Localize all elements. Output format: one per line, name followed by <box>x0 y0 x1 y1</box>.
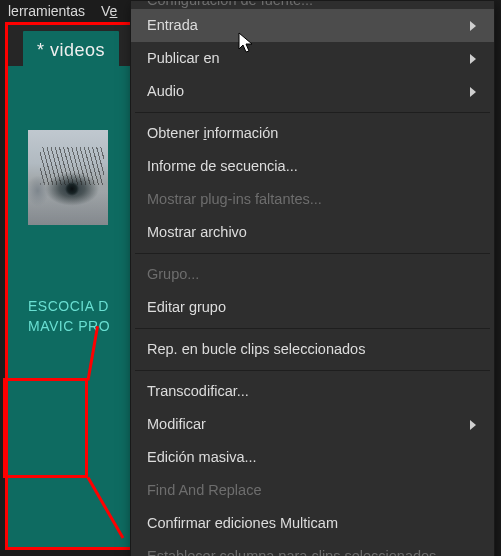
app-menubar: lerramientas Ve <box>0 0 125 22</box>
ctx-mostrar-archivo[interactable]: Mostrar archivo <box>131 216 494 249</box>
project-tab-label: * videos <box>37 40 105 61</box>
annotation-line <box>87 477 125 539</box>
ctx-mostrar-plugins: Mostrar plug-ins faltantes... <box>131 183 494 216</box>
submenu-arrow-icon <box>470 21 476 31</box>
ctx-grupo: Grupo... <box>131 258 494 291</box>
separator <box>135 370 490 371</box>
project-tab[interactable]: * videos <box>23 31 119 69</box>
submenu-arrow-icon <box>470 420 476 430</box>
annotation-zoom-box <box>3 378 88 478</box>
ctx-publicar[interactable]: Publicar en <box>131 42 494 75</box>
menu-view[interactable]: Ve <box>93 1 125 21</box>
ctx-informe-secuencia[interactable]: Informe de secuencia... <box>131 150 494 183</box>
ctx-audio[interactable]: Audio <box>131 75 494 108</box>
ctx-transcodificar[interactable]: Transcodificar... <box>131 375 494 408</box>
separator <box>135 112 490 113</box>
ctx-edicion-masiva[interactable]: Edición masiva... <box>131 441 494 474</box>
clip-thumbnail[interactable] <box>28 130 108 225</box>
ctx-find-replace: Find And Replace <box>131 474 494 507</box>
ctx-confirmar-multicam[interactable]: Confirmar ediciones Multicam <box>131 507 494 540</box>
separator <box>135 253 490 254</box>
ctx-obtener-info[interactable]: Obtener información <box>131 117 494 150</box>
ctx-modificar[interactable]: Modificar <box>131 408 494 441</box>
ctx-editar-grupo[interactable]: Editar grupo <box>131 291 494 324</box>
clip-caption: ESCOCIA D MAVIC PRO <box>28 296 118 336</box>
ctx-loop-selected[interactable]: Rep. en bucle clips seleccionados <box>131 333 494 366</box>
ctx-establecer-columna: Establecer columna para clips selecciona… <box>131 540 494 556</box>
separator <box>135 328 490 329</box>
ctx-entrada[interactable]: Entrada <box>131 9 494 42</box>
submenu-arrow-icon <box>470 87 476 97</box>
context-menu: Configuración de fuente... Entrada Publi… <box>130 0 495 556</box>
menu-tools-partial[interactable]: lerramientas <box>0 1 93 21</box>
submenu-arrow-icon <box>470 54 476 64</box>
ctx-source-config[interactable]: Configuración de fuente... <box>131 1 494 9</box>
